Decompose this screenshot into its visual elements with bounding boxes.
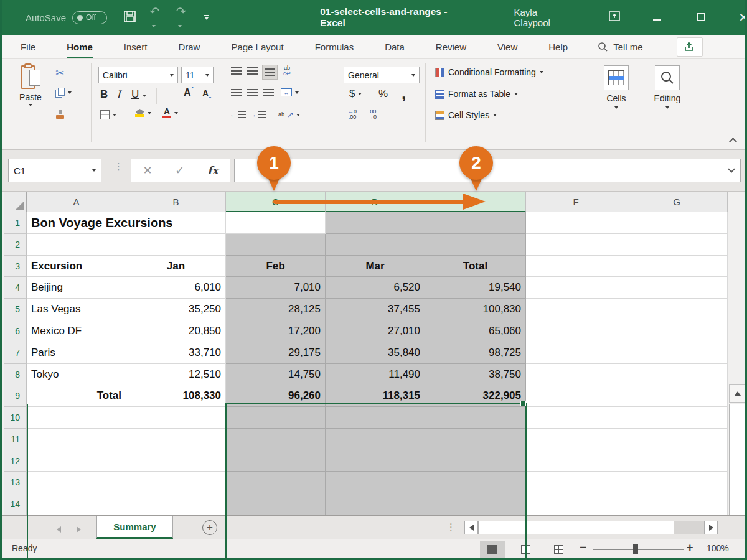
comma-style-button[interactable]: ,: [402, 84, 406, 103]
cell-A7[interactable]: Paris: [27, 342, 126, 364]
cell-C7[interactable]: 29,175: [226, 342, 326, 364]
cell-A2[interactable]: [27, 234, 126, 256]
minimize-button[interactable]: [653, 11, 661, 24]
cell-B3[interactable]: Jan: [126, 256, 226, 277]
row-header-10[interactable]: 10: [4, 407, 27, 429]
row-header-5[interactable]: 5: [4, 299, 27, 320]
undo-button[interactable]: ↶: [150, 6, 164, 29]
editing-button[interactable]: Editing: [648, 65, 687, 109]
tab-review[interactable]: Review: [433, 35, 469, 58]
horizontal-scroll-thumb[interactable]: [478, 521, 674, 534]
cell-A4[interactable]: Beijing: [27, 277, 126, 299]
cell-F2[interactable]: [526, 234, 626, 256]
save-button[interactable]: [123, 10, 136, 26]
format-as-table-button[interactable]: Format as Table: [435, 89, 518, 99]
cell-G12[interactable]: [626, 450, 728, 472]
tab-page-layout[interactable]: Page Layout: [228, 35, 286, 58]
cell-D10[interactable]: [326, 407, 425, 429]
paste-button[interactable]: Paste: [13, 64, 48, 106]
zoom-in-button[interactable]: +: [687, 541, 693, 554]
tab-view[interactable]: View: [495, 35, 520, 58]
cell-E11[interactable]: [425, 429, 526, 450]
cell-D12[interactable]: [326, 450, 425, 472]
cell-G2[interactable]: [626, 234, 728, 256]
cell-G6[interactable]: [626, 320, 728, 342]
autosave-toggle[interactable]: Off: [72, 11, 106, 24]
fill-handle[interactable]: [520, 401, 526, 406]
cell-F6[interactable]: [526, 320, 626, 342]
cell-G13[interactable]: [626, 472, 728, 493]
scrollbar-separator[interactable]: ⋮: [446, 521, 456, 533]
row-header-12[interactable]: 12: [4, 450, 27, 472]
sheet-next-button[interactable]: [77, 524, 81, 535]
tab-formulas[interactable]: Formulas: [312, 35, 357, 58]
tab-file[interactable]: File: [18, 35, 38, 58]
cell-B11[interactable]: [126, 429, 226, 450]
row-header-1[interactable]: 1: [4, 212, 27, 234]
tab-draw[interactable]: Draw: [176, 35, 202, 58]
collapse-ribbon-button[interactable]: [729, 138, 737, 146]
italic-button[interactable]: I: [116, 88, 121, 101]
cell-C8[interactable]: 14,750: [226, 364, 326, 385]
cell-A13[interactable]: [27, 472, 126, 493]
cell-F13[interactable]: [526, 472, 626, 493]
cell-C3[interactable]: Feb: [226, 256, 326, 277]
cell-E9[interactable]: 322,905: [425, 385, 526, 407]
conditional-formatting-button[interactable]: Conditional Formatting: [435, 67, 543, 77]
zoom-slider-handle[interactable]: [633, 544, 638, 554]
cell-D4[interactable]: 6,520: [326, 277, 425, 299]
cell-B4[interactable]: 6,010: [126, 277, 226, 299]
cell-C12[interactable]: [226, 450, 326, 472]
maximize-button[interactable]: [697, 11, 705, 24]
increase-indent-button[interactable]: →: [250, 111, 266, 118]
merge-center-button[interactable]: ↔: [281, 88, 299, 96]
row-header-11[interactable]: 11: [4, 429, 27, 450]
new-sheet-button[interactable]: +: [202, 520, 217, 535]
cell-B14[interactable]: [126, 493, 226, 515]
cut-button[interactable]: ✂: [55, 67, 64, 80]
sheet-prev-button[interactable]: [57, 524, 61, 535]
cell-B13[interactable]: [126, 472, 226, 493]
align-right-button[interactable]: [263, 89, 274, 96]
ribbon-display-options-button[interactable]: [608, 11, 621, 24]
cell-C11[interactable]: [226, 429, 326, 450]
grow-font-button[interactable]: Aˆ: [184, 87, 194, 98]
row-header-8[interactable]: 8: [4, 364, 27, 385]
format-painter-button[interactable]: [55, 110, 65, 120]
cells-button[interactable]: Cells: [598, 65, 635, 109]
cell-D6[interactable]: 27,010: [326, 320, 425, 342]
cell-E2[interactable]: [425, 234, 526, 256]
cell-G3[interactable]: [626, 256, 728, 277]
cell-C13[interactable]: [226, 472, 326, 493]
cell-E1[interactable]: [425, 212, 526, 234]
scroll-up-button[interactable]: [729, 384, 746, 403]
cell-A14[interactable]: [27, 493, 126, 515]
cell-E12[interactable]: [425, 450, 526, 472]
expand-formula-bar-icon[interactable]: [728, 166, 735, 172]
cell-B2[interactable]: [126, 234, 226, 256]
cell-G5[interactable]: [626, 299, 728, 320]
row-header-4[interactable]: 4: [4, 277, 27, 299]
cancel-entry-button[interactable]: ✕: [143, 164, 152, 177]
column-header-G[interactable]: G: [626, 192, 728, 212]
row-header-3[interactable]: 3: [4, 256, 27, 277]
redo-button[interactable]: ↷: [176, 6, 190, 29]
cell-E13[interactable]: [425, 472, 526, 493]
cell-G9[interactable]: [626, 385, 728, 407]
cell-D14[interactable]: [326, 493, 425, 515]
confirm-entry-button[interactable]: ✓: [175, 164, 184, 177]
cell-F11[interactable]: [526, 429, 626, 450]
cell-D3[interactable]: Mar: [326, 256, 425, 277]
cell-A12[interactable]: [27, 450, 126, 472]
customize-qat-button[interactable]: [204, 15, 209, 20]
cell-B6[interactable]: 20,850: [126, 320, 226, 342]
cell-C9[interactable]: 96,260: [226, 385, 326, 407]
cell-F7[interactable]: [526, 342, 626, 364]
align-left-button[interactable]: [231, 89, 242, 96]
select-all-button[interactable]: [4, 192, 27, 212]
cell-styles-button[interactable]: Cell Styles: [435, 110, 497, 120]
cell-C2[interactable]: [226, 234, 326, 256]
tab-home[interactable]: Home: [64, 35, 95, 58]
zoom-out-button[interactable]: −: [580, 541, 586, 554]
cell-F8[interactable]: [526, 364, 626, 385]
